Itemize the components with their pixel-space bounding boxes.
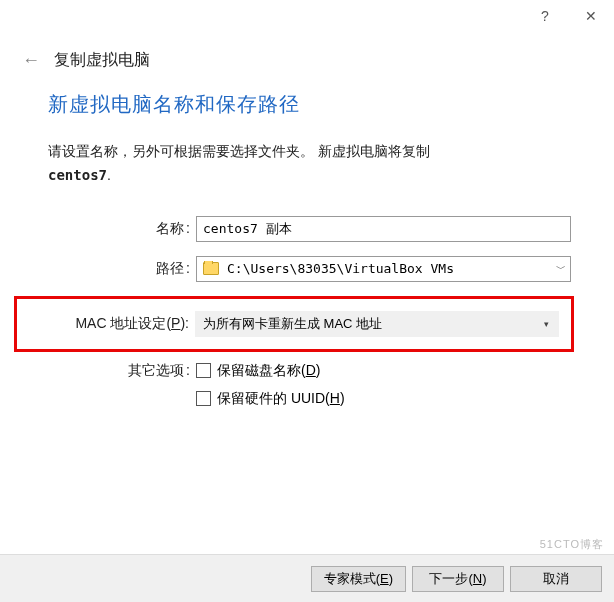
description-text: 请设置名称，另外可根据需要选择文件夹。 新虚拟电脑将复制 (48, 143, 430, 159)
keep-disk-names-label: 保留磁盘名称(D) (217, 362, 320, 380)
keep-uuid-checkbox[interactable]: 保留硬件的 UUID(H) (196, 390, 345, 408)
form: 名称 路径 C:\Users\83035\VirtualBox VMs ﹀ MA… (48, 216, 574, 418)
path-row: 路径 C:\Users\83035\VirtualBox VMs ﹀ (48, 256, 574, 282)
path-label: 路径 (48, 260, 196, 278)
back-arrow-icon[interactable]: ← (22, 50, 40, 71)
dropdown-arrow-icon: ▾ (544, 319, 549, 329)
footer: 专家模式(E) 下一步(N) 取消 (0, 554, 614, 602)
close-icon: ✕ (585, 8, 597, 24)
close-button[interactable]: ✕ (568, 0, 614, 32)
path-selector[interactable]: C:\Users\83035\VirtualBox VMs ﹀ (196, 256, 571, 282)
folder-icon (203, 262, 219, 275)
mac-policy-value: 为所有网卡重新生成 MAC 地址 (203, 315, 382, 333)
checkbox-icon (196, 391, 211, 406)
name-row: 名称 (48, 216, 574, 242)
chevron-down-icon: ﹀ (556, 262, 566, 276)
help-button[interactable]: ? (522, 0, 568, 32)
cancel-button[interactable]: 取消 (510, 566, 602, 592)
mac-policy-row: MAC 地址设定(P): 为所有网卡重新生成 MAC 地址 ▾ (14, 296, 574, 352)
description: 请设置名称，另外可根据需要选择文件夹。 新虚拟电脑将复制 centos7. (48, 140, 574, 188)
keep-disk-names-checkbox[interactable]: 保留磁盘名称(D) (196, 362, 320, 380)
keep-uuid-label: 保留硬件的 UUID(H) (217, 390, 345, 408)
section-title: 新虚拟电脑名称和保存路径 (48, 91, 574, 118)
source-vm-name: centos7 (48, 167, 107, 183)
checkbox-icon (196, 363, 211, 378)
next-button[interactable]: 下一步(N) (412, 566, 504, 592)
name-label: 名称 (48, 220, 196, 238)
path-value: C:\Users\83035\VirtualBox VMs (227, 261, 454, 276)
description-dot: . (107, 167, 111, 183)
mac-policy-dropdown[interactable]: 为所有网卡重新生成 MAC 地址 ▾ (195, 311, 559, 337)
watermark: 51CTO博客 (540, 537, 604, 552)
expert-mode-button[interactable]: 专家模式(E) (311, 566, 406, 592)
content: 新虚拟电脑名称和保存路径 请设置名称，另外可根据需要选择文件夹。 新虚拟电脑将复… (0, 81, 614, 418)
titlebar: ? ✕ (0, 0, 614, 32)
dialog-title: 复制虚拟电脑 (54, 50, 150, 71)
other-label: 其它选项 (48, 362, 196, 380)
mac-label: MAC 地址设定(P): (17, 315, 195, 333)
other-options-row: 其它选项 保留磁盘名称(D) 保留硬件的 UUID(H) (48, 362, 574, 418)
name-input[interactable] (196, 216, 571, 242)
help-icon: ? (541, 8, 549, 24)
header: ← 复制虚拟电脑 (0, 32, 614, 81)
